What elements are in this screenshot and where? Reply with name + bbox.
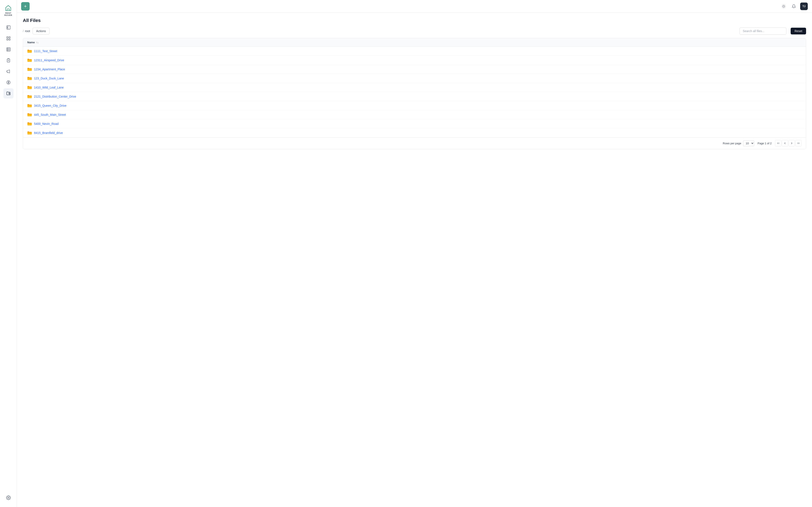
page-prev-button[interactable] (782, 140, 788, 147)
folder-name: 8415_Bramfield_drive (34, 131, 63, 134)
dollar-icon (6, 80, 11, 85)
svg-rect-10 (7, 59, 10, 62)
sidebar-item-payments[interactable] (3, 77, 13, 88)
toolbar: / root Actions Reset (23, 27, 806, 35)
file-table: Name ↑↓ 1111_Test_Street 12311_Airspeed_… (23, 38, 806, 149)
logo[interactable]: RENT ROVER (3, 3, 14, 18)
sidebar: RENT ROVER (0, 0, 17, 507)
svg-point-16 (8, 497, 9, 498)
folder-name: 12311_Airspeed_Drive (34, 59, 64, 62)
files-icon (6, 91, 11, 96)
breadcrumb: / root (23, 30, 30, 33)
table-row[interactable]: 3415_Queen_City_Drive (23, 101, 806, 110)
add-button[interactable]: + (21, 2, 30, 11)
topbar: + TJ (17, 0, 812, 13)
main-area: + TJ All Files (17, 0, 812, 507)
folder-icon (27, 76, 32, 80)
avatar[interactable]: TJ (800, 3, 808, 10)
table-row[interactable]: 8415_Bramfield_drive (23, 128, 806, 137)
svg-point-14 (9, 93, 9, 94)
breadcrumb-slash: / (23, 30, 24, 33)
content: All Files / root Actions Reset Name ↑↓ (17, 13, 812, 507)
folder-rows: 1111_Test_Street 12311_Airspeed_Drive 12… (23, 47, 806, 137)
page-info: Page 1 of 2 (758, 142, 772, 145)
svg-rect-3 (9, 37, 10, 38)
table-row[interactable]: 1410_Wild_Leaf_Lane (23, 83, 806, 92)
megaphone-icon (6, 69, 11, 74)
actions-button[interactable]: Actions (33, 28, 49, 35)
sidebar-item-settings[interactable] (3, 493, 13, 503)
search-input[interactable] (740, 28, 786, 35)
notifications-button[interactable] (790, 3, 798, 10)
clipboard-icon (6, 58, 11, 63)
folder-icon (27, 122, 32, 126)
folder-icon (27, 86, 32, 89)
svg-rect-5 (9, 39, 10, 40)
folder-name: 1410_Wild_Leaf_Lane (34, 86, 64, 89)
folder-name: 2121_Distribution_Center_Drive (34, 95, 76, 98)
rows-per-page: Rows per page 10 25 50 (723, 140, 754, 146)
folder-icon (27, 49, 32, 53)
bell-icon (792, 4, 796, 8)
svg-rect-2 (7, 37, 8, 38)
sidebar-item-announcements[interactable] (3, 66, 13, 76)
table-row[interactable]: 12311_Airspeed_Drive (23, 56, 806, 65)
reset-button[interactable]: Reset (791, 28, 806, 35)
folder-name: 445_South_Main_Street (34, 113, 66, 116)
folder-icon (27, 104, 32, 108)
name-column-header[interactable]: Name ↑↓ (27, 41, 39, 44)
folder-name: 123_Duck_Duck_Lane (34, 77, 64, 80)
breadcrumb-root: root (25, 30, 30, 33)
folder-icon (27, 131, 32, 135)
prev-page-icon (783, 142, 786, 145)
dashboard-icon (6, 36, 11, 41)
next-page-icon (790, 142, 793, 145)
folder-name: 1111_Test_Street (34, 49, 57, 53)
pagination-bar: Rows per page 10 25 50 Page 1 of 2 (23, 137, 806, 149)
svg-rect-6 (7, 48, 10, 51)
sun-icon (781, 4, 786, 8)
sidebar-item-toggle[interactable] (3, 22, 13, 33)
table-row[interactable]: 1111_Test_Street (23, 47, 806, 56)
table-row[interactable]: 2121_Distribution_Center_Drive (23, 92, 806, 101)
toggle-sidebar-icon (6, 25, 11, 30)
rows-per-page-select[interactable]: 10 25 50 (743, 140, 754, 146)
theme-toggle-button[interactable] (780, 3, 788, 10)
table-row[interactable]: 5400_Nevin_Road (23, 119, 806, 128)
table-header: Name ↑↓ (23, 38, 806, 47)
sort-icon: ↑↓ (36, 41, 39, 44)
logo-icon (4, 4, 12, 12)
table-icon (6, 47, 11, 52)
first-page-icon (777, 142, 780, 145)
gear-icon (6, 495, 11, 500)
svg-point-17 (783, 5, 784, 7)
svg-rect-4 (7, 39, 8, 40)
page-title: All Files (23, 18, 806, 23)
folder-icon (27, 95, 32, 99)
folder-name: 5400_Nevin_Road (34, 122, 59, 125)
sidebar-item-table[interactable] (3, 44, 13, 55)
svg-rect-0 (7, 26, 10, 30)
page-first-button[interactable] (775, 140, 781, 147)
sidebar-item-files[interactable] (3, 88, 13, 99)
sidebar-item-dashboard[interactable] (3, 34, 13, 44)
folder-icon (27, 67, 32, 71)
last-page-icon (797, 142, 800, 145)
table-row[interactable]: 445_South_Main_Street (23, 110, 806, 119)
table-row[interactable]: 1234_Apartment_Place (23, 65, 806, 74)
logo-text: RENT ROVER (4, 12, 12, 16)
table-row[interactable]: 123_Duck_Duck_Lane (23, 74, 806, 83)
folder-name: 1234_Apartment_Place (34, 68, 65, 71)
search-box (740, 27, 786, 35)
folder-name: 3415_Queen_City_Drive (34, 104, 66, 107)
folder-icon (27, 58, 32, 62)
page-last-button[interactable] (795, 140, 802, 147)
page-next-button[interactable] (789, 140, 795, 147)
folder-icon (27, 113, 32, 117)
pagination-buttons (775, 140, 802, 147)
sidebar-item-clipboard[interactable] (3, 55, 13, 65)
